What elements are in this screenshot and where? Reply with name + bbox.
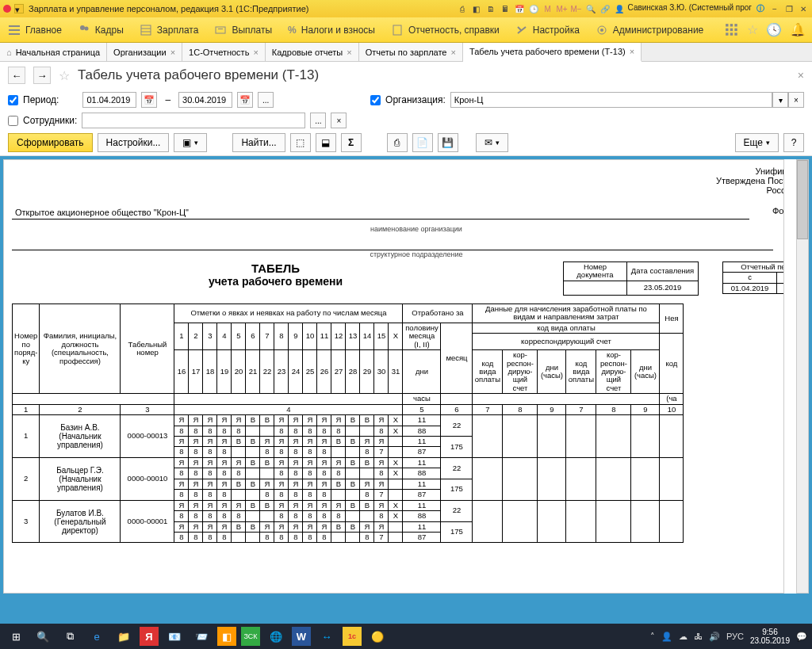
explorer-icon[interactable]: 📁	[113, 625, 135, 647]
favorite-icon[interactable]: ☆	[59, 68, 70, 83]
clock-icon[interactable]: 🕒	[528, 3, 539, 14]
close-icon[interactable]: ×	[630, 47, 634, 56]
find-button[interactable]: Найти...	[232, 133, 285, 152]
close-icon[interactable]: ×	[170, 48, 175, 57]
1c-icon2[interactable]: 🟡	[366, 625, 389, 647]
people-icon[interactable]: 👤	[661, 632, 672, 642]
outlook-icon[interactable]: 📨	[190, 625, 213, 647]
export-icon[interactable]: 📄	[412, 133, 433, 152]
search-icon[interactable]: 🔍	[32, 625, 54, 647]
yandex-icon[interactable]: Я	[140, 627, 159, 646]
lang-indicator[interactable]: РУС	[726, 632, 744, 641]
1c-icon[interactable]: 1c	[343, 627, 362, 646]
settings-button[interactable]: Настройки...	[98, 133, 170, 152]
form-button[interactable]: Сформировать	[8, 133, 93, 152]
mail-icon[interactable]: 📧	[163, 625, 186, 647]
close-page-icon[interactable]: ×	[798, 69, 804, 82]
app2-icon[interactable]: ЗСК	[241, 627, 260, 646]
fav-star-icon[interactable]: ☆	[747, 22, 758, 37]
tab-zp[interactable]: Отчеты по зарплате×	[359, 43, 463, 61]
emp-checkbox[interactable]	[8, 116, 18, 126]
close-icon[interactable]: ×	[347, 48, 351, 57]
app1-icon[interactable]: ◧	[217, 627, 236, 646]
tostruct-button[interactable]: ▣ ▾	[174, 133, 207, 152]
mail-button[interactable]: ✉ ▾	[476, 133, 508, 152]
nav-back-button[interactable]: ←	[8, 67, 25, 84]
tab-tabel[interactable]: Табель учета рабочего времени (Т-13)×	[463, 43, 642, 62]
teamviewer-icon[interactable]: ↔	[316, 625, 338, 647]
more-button[interactable]: Еще ▾	[735, 133, 779, 152]
m-icon[interactable]: M	[542, 3, 553, 14]
close-icon[interactable]: ×	[451, 48, 456, 57]
tab-1c[interactable]: 1С-Отчетность×	[182, 43, 266, 61]
clear-icon[interactable]: ×	[331, 113, 347, 128]
notifications-icon[interactable]: 💬	[796, 632, 807, 642]
apps-icon[interactable]	[725, 23, 739, 37]
sound-icon[interactable]: 🔊	[709, 632, 720, 642]
filter-row-emp: Сотрудники: ... ×	[0, 109, 812, 130]
print-icon[interactable]: ⎙	[457, 3, 468, 14]
dropdown-icon[interactable]: ▾	[772, 92, 788, 108]
sum-icon[interactable]: Σ	[341, 133, 362, 152]
calendar-icon[interactable]: 📅	[237, 92, 253, 108]
period-select-button[interactable]: ...	[258, 92, 274, 108]
m-plus-icon[interactable]: M+	[557, 3, 568, 14]
menu-kadry[interactable]: Кадры	[70, 17, 132, 42]
print-icon[interactable]: ⎙	[387, 133, 408, 152]
history-icon[interactable]: 🕓	[766, 22, 782, 37]
menu-zarplata[interactable]: Зарплата	[132, 17, 207, 42]
link-icon[interactable]: 🔗	[599, 3, 611, 14]
close-window-icon[interactable]: ✕	[798, 3, 809, 14]
menu-reports[interactable]: Отчетность, справки	[383, 17, 508, 42]
bell-icon[interactable]: 🔔	[790, 22, 806, 37]
menu-main[interactable]: Главное	[0, 17, 70, 42]
menu-vyplaty[interactable]: Выплаты	[206, 17, 280, 42]
search-icon[interactable]: 🔍	[585, 3, 596, 14]
collapse-icon[interactable]: ⬓	[316, 133, 336, 152]
save-icon[interactable]: 💾	[438, 133, 458, 152]
org-checkbox[interactable]	[370, 95, 381, 105]
tab-org[interactable]: Организации×	[107, 43, 182, 61]
menu-settings[interactable]: Настройка	[508, 17, 588, 42]
preview-icon[interactable]: ◧	[471, 3, 482, 14]
tray-chevron-icon[interactable]: ˄	[650, 632, 655, 642]
network-icon[interactable]: 🖧	[694, 632, 703, 641]
period-checkbox[interactable]	[8, 95, 18, 105]
calc-icon[interactable]: 🖩	[500, 3, 511, 14]
tab-kadr[interactable]: Кадровые отчеты×	[266, 43, 359, 61]
menu-nalogi[interactable]: %Налоги и взносы	[280, 17, 383, 42]
date-from-input[interactable]	[82, 92, 136, 108]
calendar-icon[interactable]: 📅	[141, 92, 157, 108]
scrollbar[interactable]	[796, 159, 809, 594]
emp-input[interactable]	[82, 113, 305, 128]
svg-rect-9	[730, 24, 733, 26]
doc-approved: Утверждена Постановлен	[12, 176, 784, 185]
minimize-icon[interactable]: −	[769, 3, 780, 14]
date-to-input[interactable]	[178, 92, 232, 108]
taskview-icon[interactable]: ⧉	[59, 625, 81, 647]
chrome-icon[interactable]: 🌐	[265, 625, 287, 647]
clock[interactable]: 9:5623.05.2019	[750, 628, 790, 645]
document-icon[interactable]: 🗎	[485, 3, 496, 14]
tab-home[interactable]: ⌂Начальная страница	[0, 43, 107, 61]
scrollbar-thumb[interactable]	[797, 160, 808, 239]
expand-icon[interactable]: ⬚	[290, 133, 311, 152]
help-button[interactable]: ?	[783, 133, 804, 152]
edge-icon[interactable]: e	[86, 625, 108, 647]
restore-icon[interactable]: ❐	[783, 3, 795, 14]
dropdown-icon[interactable]: ▾	[14, 4, 24, 13]
word-icon[interactable]: W	[292, 627, 311, 646]
calendar-icon[interactable]: 📅	[514, 3, 525, 14]
info-icon[interactable]: ⓘ	[755, 3, 766, 14]
nav-fwd-button[interactable]: →	[33, 67, 51, 84]
window-title: Зарплата и управление персоналом, редакц…	[29, 4, 308, 13]
emp-select-button[interactable]: ...	[310, 113, 326, 128]
onedrive-icon[interactable]: ☁	[679, 632, 688, 642]
m-minus-icon[interactable]: M−	[571, 3, 582, 14]
menu-admin[interactable]: Администрирование	[588, 17, 711, 42]
document-scroll[interactable]: Унифицированн Утверждена Постановлен Рос…	[3, 159, 784, 594]
start-icon[interactable]: ⊞	[5, 625, 27, 647]
org-input[interactable]	[450, 92, 772, 108]
close-icon[interactable]: ×	[253, 48, 258, 57]
clear-icon[interactable]: ×	[788, 92, 804, 108]
